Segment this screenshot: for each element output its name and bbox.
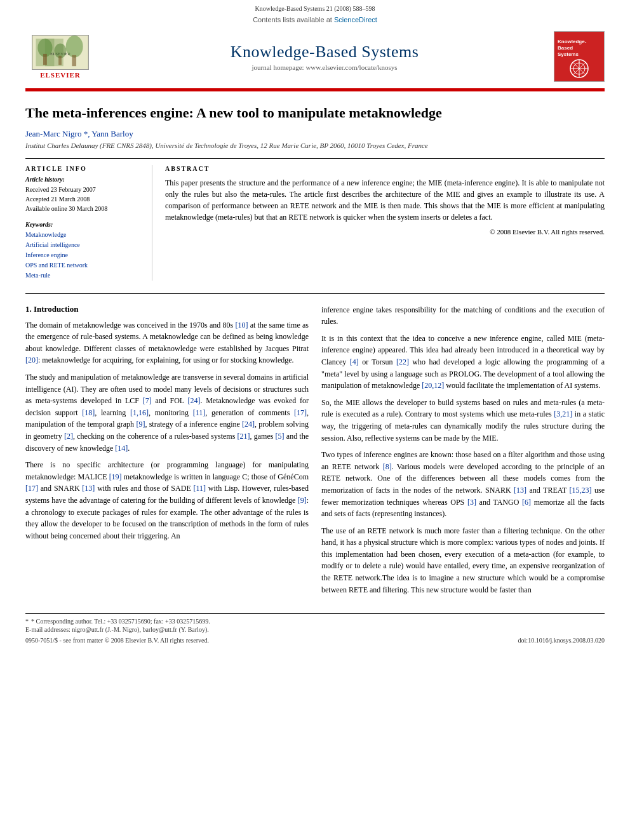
history-item-0: Received 23 February 2007 xyxy=(25,185,143,194)
right-para0: inference engine takes responsibility fo… xyxy=(321,304,605,328)
abstract-title: ABSTRACT xyxy=(165,165,605,172)
journal-title: Knowledge-Based Systems xyxy=(95,43,554,62)
svg-rect-9 xyxy=(72,55,76,65)
affiliation: Institut Charles Delaunay (FRE CNRS 2848… xyxy=(25,142,605,149)
science-direct-link[interactable]: ScienceDirect xyxy=(334,16,377,23)
keyword-1: Artificial intelligence xyxy=(25,240,143,250)
right-para3: Two types of inference engines are known… xyxy=(321,449,605,520)
doi-text: doi:10.1016/j.knosys.2008.03.020 xyxy=(518,637,605,644)
right-column: inference engine takes responsibility fo… xyxy=(321,304,605,601)
footnote-star: * * Corresponding author. Tel.: +33 0325… xyxy=(25,618,605,625)
issn-text: 0950-7051/$ - see front matter © 2008 El… xyxy=(25,637,209,644)
footnote-text: * Corresponding author. Tel.: +33 032571… xyxy=(31,618,210,625)
section1-para1: The study and manipulation of metaknowle… xyxy=(25,371,309,454)
right-para2: So, the MIE allows the developer to buil… xyxy=(321,397,605,444)
elsevier-logo: ELSEVIER ELSEVIER xyxy=(25,35,95,79)
journal-title-area: Knowledge-Based Systems journal homepage… xyxy=(95,43,554,71)
history-item-1: Accepted 21 March 2008 xyxy=(25,194,143,204)
kbs-logo: Knowledge- Based Systems xyxy=(554,31,605,82)
svg-rect-7 xyxy=(58,55,62,64)
svg-text:Based: Based xyxy=(558,45,573,51)
science-direct-bar: Contents lists available at ScienceDirec… xyxy=(25,15,605,26)
ref-10: [10] xyxy=(235,321,248,330)
authors: Jean-Marc Nigro *, Yann Barloy xyxy=(25,129,605,139)
keywords-section: Keywords: Metaknowledge Artificial intel… xyxy=(25,221,143,281)
copyright-text: © 2008 Elsevier B.V. All rights reserved… xyxy=(165,228,605,236)
keyword-0: Metaknowledge xyxy=(25,230,143,240)
article-info-title: ARTICLE INFO xyxy=(25,165,143,172)
journal-homepage: journal homepage: www.elsevier.com/locat… xyxy=(95,63,554,71)
journal-citation: Knowledge-Based Systems 21 (2008) 588–59… xyxy=(25,3,605,15)
section1-para2: There is no specific architecture (or pr… xyxy=(25,459,309,542)
section1-para0: The domain of metaknowledge was conceive… xyxy=(25,319,309,366)
svg-text:Knowledge-: Knowledge- xyxy=(558,39,587,44)
right-para4: The use of an RETE network is much more … xyxy=(321,525,605,596)
abstract-text: This paper presents the structure and th… xyxy=(165,177,605,223)
left-column: 1. Introduction The domain of metaknowle… xyxy=(25,304,309,601)
right-para1: It is in this context that the idea to c… xyxy=(321,333,605,392)
keyword-4: Meta-rule xyxy=(25,270,143,281)
svg-text:Systems: Systems xyxy=(558,51,579,57)
elsevier-brand-text: ELSEVIER xyxy=(40,71,81,79)
article-title: The meta-inferences engine: A new tool t… xyxy=(25,104,605,123)
abstract-section: ABSTRACT This paper presents the structu… xyxy=(165,165,605,281)
keyword-2: Inference engine xyxy=(25,250,143,260)
ref-20: [20] xyxy=(25,356,38,364)
keywords-label: Keywords: xyxy=(25,221,143,228)
svg-point-8 xyxy=(66,36,83,58)
email-line: E-mail addresses: nigro@utt.fr (J.-M. Ni… xyxy=(25,626,605,633)
article-history-label: Article history: xyxy=(25,176,143,183)
svg-rect-5 xyxy=(43,53,47,64)
history-item-2: Available online 30 March 2008 xyxy=(25,204,143,213)
article-footer: * * Corresponding author. Tel.: +33 0325… xyxy=(25,613,605,644)
section1-heading: 1. Introduction xyxy=(25,304,309,314)
keyword-3: OPS and RETE network xyxy=(25,260,143,270)
article-info-panel: ARTICLE INFO Article history: Received 2… xyxy=(25,165,152,281)
